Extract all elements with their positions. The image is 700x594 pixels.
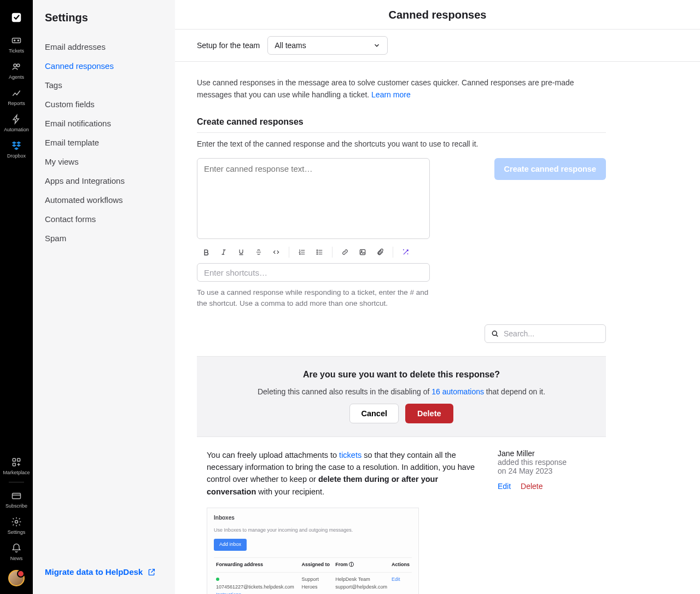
svg-rect-14 [360, 250, 365, 255]
rail-item-news[interactable]: News [0, 538, 33, 564]
chevron-down-icon [373, 42, 381, 49]
ticket-icon [11, 35, 22, 46]
magic-icon[interactable] [401, 247, 411, 257]
rail-item-marketplace[interactable]: Marketplace [0, 452, 33, 479]
reports-icon [11, 88, 22, 98]
rail-item-agents[interactable]: Agents [0, 57, 33, 83]
svg-point-3 [18, 40, 19, 41]
thumb-add-inbox-button: Add inbox [214, 539, 247, 551]
sidebar-item-email-notifications[interactable]: Email notifications [33, 114, 175, 133]
settings-sidebar: Settings Email addresses Canned response… [33, 0, 175, 594]
subscribe-icon [11, 490, 22, 501]
link-icon[interactable] [340, 247, 350, 257]
shortcut-help: To use a canned response while respondin… [197, 287, 430, 308]
tickets-link[interactable]: tickets [339, 451, 361, 459]
sidebar-item-apps-integrations[interactable]: Apps and Integrations [33, 171, 175, 190]
sidebar-item-custom-fields[interactable]: Custom fields [33, 95, 175, 114]
canned-response-editor[interactable] [197, 158, 430, 239]
rail-item-tickets[interactable]: Tickets [0, 31, 33, 57]
sidebar-title: Settings [33, 0, 175, 34]
strikethrough-icon[interactable] [254, 247, 264, 257]
rail-item-subscribe[interactable]: Subscribe [0, 486, 33, 512]
delete-button[interactable]: Delete [405, 404, 453, 423]
sidebar-item-canned-responses[interactable]: Canned responses [33, 56, 175, 75]
underline-icon[interactable] [236, 247, 246, 257]
svg-point-13 [317, 254, 317, 254]
app-logo [8, 9, 25, 26]
rail-item-reports[interactable]: Reports [0, 83, 33, 109]
delete-confirmation: Are you sure you want to delete this res… [197, 356, 606, 437]
left-rail: Tickets Agents Reports Automation Dropbo… [0, 0, 33, 594]
attachment-icon[interactable] [375, 247, 385, 257]
sidebar-item-my-views[interactable]: My views [33, 152, 175, 171]
sidebar-item-automated-workflows[interactable]: Automated workflows [33, 190, 175, 209]
svg-rect-7 [18, 458, 20, 461]
automation-icon [11, 114, 22, 125]
settings-icon [11, 516, 22, 527]
response-item: You can freely upload attachments to tic… [197, 437, 606, 595]
page-title: Canned responses [175, 9, 700, 21]
sidebar-item-tags[interactable]: Tags [33, 75, 175, 95]
rail-item-dropbox[interactable]: Dropbox [0, 136, 33, 162]
response-delete-link[interactable]: Delete [521, 482, 542, 491]
rail-item-automation[interactable]: Automation [0, 109, 33, 136]
response-body: You can freely upload attachments to tic… [207, 449, 478, 595]
agents-icon [11, 61, 22, 72]
shortcut-input[interactable] [197, 263, 430, 282]
ordered-list-icon[interactable] [297, 247, 307, 257]
unordered-list-icon[interactable] [314, 247, 324, 257]
marketplace-icon [11, 457, 22, 468]
cancel-button[interactable]: Cancel [349, 404, 399, 423]
response-meta: Jane Miller added this response on 24 Ma… [498, 449, 596, 595]
confirm-title: Are you sure you want to delete this res… [213, 370, 590, 380]
news-icon [11, 543, 22, 554]
svg-point-15 [361, 251, 362, 252]
search-icon [491, 329, 499, 338]
svg-point-4 [14, 64, 16, 67]
sidebar-item-email-template[interactable]: Email template [33, 133, 175, 152]
team-select[interactable]: All teams [267, 36, 388, 55]
svg-point-5 [17, 64, 20, 67]
svg-rect-8 [13, 463, 15, 466]
svg-point-2 [14, 40, 15, 41]
response-edit-link[interactable]: Edit [498, 482, 511, 491]
bold-icon[interactable] [201, 247, 211, 257]
main-content: Canned responses Setup for the team All … [175, 0, 700, 594]
intro-text: Use canned responses in the message area… [197, 77, 606, 101]
avatar[interactable] [8, 570, 25, 586]
migrate-data-link[interactable]: Migrate data to HelpDesk [45, 567, 163, 576]
svg-rect-9 [13, 493, 21, 499]
external-link-icon [147, 568, 156, 576]
svg-rect-1 [13, 38, 21, 43]
editor-toolbar [197, 241, 430, 263]
italic-icon[interactable] [219, 247, 229, 257]
svg-rect-6 [13, 458, 15, 461]
create-section-title: Create canned responses [197, 117, 606, 127]
code-icon[interactable] [271, 247, 281, 257]
team-bar-label: Setup for the team [197, 41, 260, 50]
create-canned-response-button[interactable]: Create canned response [494, 158, 606, 180]
sidebar-item-email-addresses[interactable]: Email addresses [33, 37, 175, 56]
create-subtitle: Enter the text of the canned response an… [197, 139, 606, 148]
learn-more-link[interactable]: Learn more [371, 90, 411, 99]
search-box[interactable] [485, 324, 606, 343]
image-icon[interactable] [358, 247, 368, 257]
search-input[interactable] [504, 329, 600, 338]
sidebar-item-contact-forms[interactable]: Contact forms [33, 209, 175, 229]
rail-item-settings[interactable]: Settings [0, 512, 33, 538]
dropbox-icon [11, 140, 22, 151]
svg-point-16 [492, 331, 497, 335]
svg-point-10 [15, 521, 18, 523]
automations-link[interactable]: 16 automations [431, 387, 484, 396]
svg-point-11 [317, 250, 317, 251]
sidebar-item-spam[interactable]: Spam [33, 229, 175, 248]
confirm-body: Deleting this canned also results in the… [213, 387, 590, 396]
svg-point-12 [317, 252, 317, 253]
response-thumbnail: Inboxes Use Inboxes to manage your incom… [207, 508, 419, 594]
